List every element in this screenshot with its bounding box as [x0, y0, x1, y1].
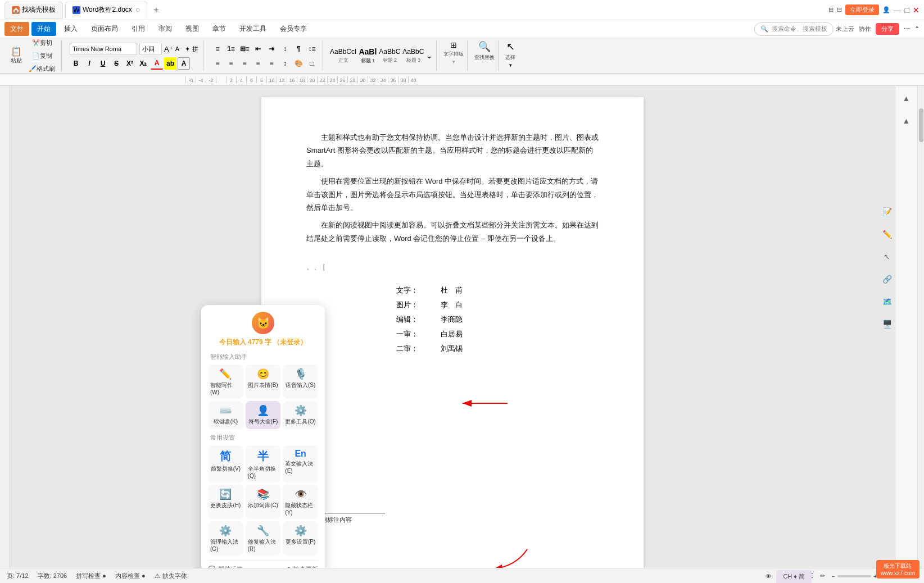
ime-update-button[interactable]: ⊙ 检查更新: [286, 565, 318, 568]
menu-page-layout[interactable]: 页面布局: [85, 22, 124, 36]
more-options-icon[interactable]: ⋯: [904, 25, 910, 33]
user-avatar[interactable]: 👤: [882, 6, 890, 13]
style-heading1[interactable]: AaBl 标题 1: [359, 47, 377, 65]
status-content[interactable]: 内容检查 ●: [115, 572, 146, 580]
ime-btn-fix[interactable]: 🔧 修复输入法(R): [246, 521, 281, 555]
rp-spell-icon[interactable]: 📝: [879, 204, 895, 220]
numbered-list-button[interactable]: 1≡: [225, 43, 237, 55]
status-edit-icon[interactable]: ✏: [820, 572, 825, 580]
font-size-increase-button[interactable]: A⁺: [164, 45, 173, 53]
rp-display-icon[interactable]: 🖥️: [879, 316, 895, 332]
status-font[interactable]: ⚠ 缺失字体: [155, 572, 187, 580]
rp-cursor-icon[interactable]: ↖: [879, 249, 895, 265]
rp-links-icon[interactable]: 🔗: [879, 271, 895, 287]
ime-btn-more-settings[interactable]: ⚙️ 更多设置(P): [283, 521, 318, 555]
ime-btn-voice[interactable]: 🎙️ 语音输入(S): [283, 365, 318, 399]
share-button[interactable]: 分享: [876, 23, 899, 35]
justify-button[interactable]: ≡: [252, 57, 264, 70]
ime-btn-write[interactable]: ✏️ 智能写作(W): [208, 365, 243, 399]
font-name-input[interactable]: [70, 43, 137, 55]
decrease-indent-button[interactable]: ⇤: [252, 43, 264, 55]
phonetic-button[interactable]: 拼: [192, 45, 198, 53]
register-button[interactable]: 立即登录: [845, 4, 879, 15]
cursor-area[interactable]: 、、 |: [306, 262, 599, 272]
grid-icon[interactable]: ⊟: [837, 6, 842, 13]
zoom-slider[interactable]: [837, 575, 871, 577]
ime-btn-manage[interactable]: ⚙️ 管理输入法(G): [208, 521, 243, 555]
increase-indent-button[interactable]: ⇥: [265, 43, 278, 55]
bold-button[interactable]: B: [70, 57, 82, 70]
menu-review[interactable]: 审阅: [153, 22, 178, 36]
ime-btn-emoji[interactable]: 😊 图片表情(B): [246, 365, 281, 399]
subscript-button[interactable]: X₂: [137, 57, 150, 70]
ime-btn-half-full[interactable]: 半 全半角切换(Q): [246, 445, 281, 482]
zoom-out-button[interactable]: −: [832, 573, 835, 580]
select-group[interactable]: ↖ 选择 ▾: [502, 40, 519, 71]
strikethrough-button[interactable]: S: [110, 57, 123, 70]
superscript-button[interactable]: X²: [124, 57, 136, 70]
menu-devtools[interactable]: 开发工具: [234, 22, 272, 36]
minimize-button[interactable]: —: [894, 6, 902, 15]
align-right-button[interactable]: ≡: [238, 57, 251, 70]
font-size-decrease-button[interactable]: A⁻: [175, 45, 183, 53]
collapse-icon[interactable]: ⌃: [914, 25, 920, 33]
ime-btn-english[interactable]: En 英文输入法(E): [283, 445, 318, 482]
style-heading2[interactable]: AaBbC 标题 2: [379, 48, 400, 64]
paste-button[interactable]: 📋 粘贴: [8, 45, 25, 66]
status-view-read-icon[interactable]: 👁: [766, 573, 772, 580]
ime-popup[interactable]: 🐱 今日输入 4779 字 （未登录） 智能输入助手 ✏️ 智能写作(W) 😊 …: [201, 305, 325, 568]
scroll-thumb[interactable]: [919, 108, 923, 142]
align-center-button[interactable]: ≡: [225, 57, 237, 70]
ime-btn-addlib[interactable]: 📚 添加词库(C): [246, 485, 281, 519]
ime-status-chip[interactable]: CH ♦ 简: [776, 570, 812, 583]
close-button[interactable]: ✕: [913, 6, 920, 15]
bullet-list-button[interactable]: ≡: [211, 43, 224, 55]
copy-button[interactable]: 📄 复制: [26, 50, 58, 62]
ime-btn-hide[interactable]: 👁️ 隐藏状态栏(Y): [283, 485, 318, 519]
collab-button[interactable]: 协作: [859, 25, 871, 33]
tab-close-icon[interactable]: ⊙: [135, 7, 140, 13]
ime-btn-more-tools[interactable]: ⚙️ 更多工具(O): [283, 401, 318, 429]
cloud-status[interactable]: 未上云: [836, 25, 854, 33]
rp-map-icon[interactable]: 🗺️: [879, 294, 895, 309]
distribute-button[interactable]: ≡: [265, 57, 278, 70]
sidebar-scroll-up[interactable]: ▲: [899, 113, 914, 129]
char-border-button[interactable]: A: [178, 57, 190, 70]
layout-icon[interactable]: ⊞: [828, 6, 834, 13]
multilevel-list-button[interactable]: ⊞≡: [238, 43, 251, 55]
show-marks-button[interactable]: ¶: [292, 43, 305, 55]
font-clear-button[interactable]: ✦: [185, 45, 190, 53]
ime-btn-skin[interactable]: 🔄 更换皮肤(H): [208, 485, 243, 519]
status-spell[interactable]: 拼写检查 ●: [76, 572, 106, 580]
style-normal[interactable]: AaBbCcI 正文: [330, 48, 356, 64]
underline-button[interactable]: U: [97, 57, 109, 70]
menu-references[interactable]: 引用: [126, 22, 151, 36]
menu-view[interactable]: 视图: [180, 22, 205, 36]
document-area[interactable]: 主题和样式也有助于您文档保持协调。当您单击设计并选择新的主题时，图片、图表或 S…: [10, 86, 895, 568]
style-heading3[interactable]: AaBbC 标题 3: [402, 48, 424, 64]
align-left-button[interactable]: ≡: [211, 57, 224, 70]
ribbon-search[interactable]: 🔍 搜索命令、搜索模板: [754, 22, 834, 36]
menu-start[interactable]: 开始: [31, 22, 56, 36]
vertical-scrollbar[interactable]: [917, 86, 924, 568]
highlight-button[interactable]: ab: [164, 57, 176, 70]
font-size-input[interactable]: [139, 43, 162, 55]
sidebar-top-icon[interactable]: ▲: [899, 90, 914, 106]
menu-file[interactable]: 文件: [4, 22, 29, 36]
style-more-btn[interactable]: ⌄: [426, 51, 433, 60]
rp-pencil-icon[interactable]: ✏️: [879, 226, 895, 242]
cut-button[interactable]: ✂️ 剪切: [26, 37, 58, 49]
maximize-button[interactable]: □: [905, 6, 909, 15]
menu-insert[interactable]: 插入: [58, 22, 83, 36]
add-tab-button[interactable]: +: [150, 3, 163, 17]
line-spacing-button[interactable]: ↕≡: [306, 43, 318, 55]
paragraph-settings-button[interactable]: ↕: [279, 57, 291, 70]
menu-section[interactable]: 章节: [207, 22, 232, 36]
menu-member[interactable]: 会员专享: [274, 22, 312, 36]
border-button[interactable]: □: [306, 57, 318, 70]
sort-button[interactable]: ↕: [279, 43, 291, 55]
ime-btn-trad-simp[interactable]: 简 简繁切换(V): [208, 445, 243, 482]
ime-btn-keyboard[interactable]: ⌨️ 软键盘(K): [208, 401, 243, 429]
shading-button[interactable]: 🎨: [292, 57, 305, 70]
tab-home[interactable]: 🏠 找稿壳模板: [4, 2, 63, 19]
